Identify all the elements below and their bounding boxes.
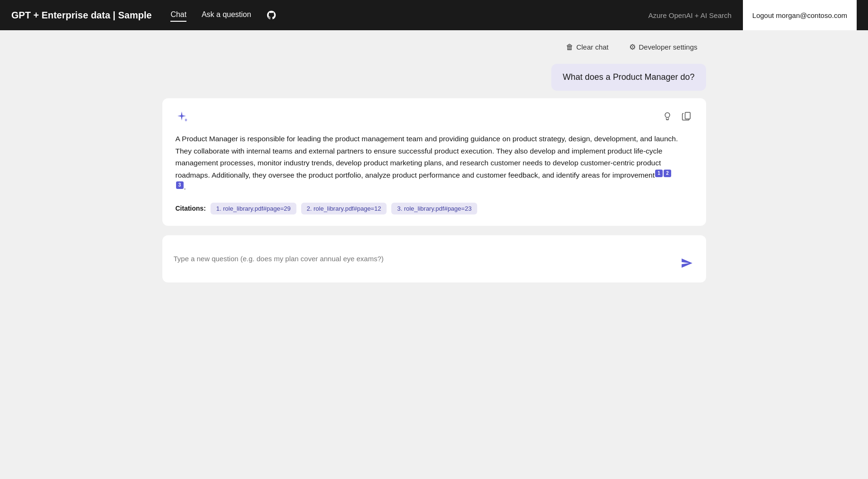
nav-chat[interactable]: Chat xyxy=(170,9,186,22)
trash-icon: 🗑 xyxy=(566,43,573,51)
clipboard-button[interactable] xyxy=(680,110,693,125)
service-label: Azure OpenAI + AI Search xyxy=(648,11,731,19)
ai-action-buttons xyxy=(661,110,693,125)
send-button[interactable] xyxy=(679,255,695,271)
header: GPT + Enterprise data | Sample Chat Ask … xyxy=(0,0,868,30)
developer-settings-button[interactable]: ⚙ Developer settings xyxy=(624,40,702,54)
ai-response-card: A Product Manager is responsible for lea… xyxy=(162,98,706,226)
ai-body-end: . xyxy=(184,183,186,191)
main-content: 🗑 Clear chat ⚙ Developer settings What d… xyxy=(151,30,717,292)
toolbar: 🗑 Clear chat ⚙ Developer settings xyxy=(162,40,706,54)
gear-icon: ⚙ xyxy=(629,43,636,51)
question-input[interactable] xyxy=(174,255,673,263)
nav: Chat Ask a question Azure OpenAI + AI Se… xyxy=(170,9,731,22)
lightbulb-button[interactable] xyxy=(661,110,674,125)
logout-button[interactable]: Logout morgan@contoso.com xyxy=(743,0,857,30)
citation-sup-3[interactable]: 3 xyxy=(176,181,184,189)
user-message: What does a Product Manager do? xyxy=(551,64,706,91)
citations-row: Citations: 1. role_library.pdf#page=29 2… xyxy=(176,203,693,214)
developer-settings-label: Developer settings xyxy=(639,43,697,51)
citation-sup-2[interactable]: 2 xyxy=(664,170,671,177)
citation-2[interactable]: 2. role_library.pdf#page=12 xyxy=(301,203,387,214)
ai-body-text: A Product Manager is responsible for lea… xyxy=(176,135,678,179)
ai-sparkle-icon xyxy=(176,110,191,125)
ai-response-text: A Product Manager is responsible for lea… xyxy=(176,133,693,193)
citation-1[interactable]: 1. role_library.pdf#page=29 xyxy=(211,203,296,214)
app-title: GPT + Enterprise data | Sample xyxy=(11,10,152,21)
svg-rect-0 xyxy=(685,112,690,119)
ai-response-header xyxy=(176,110,693,125)
citation-3[interactable]: 3. role_library.pdf#page=23 xyxy=(391,203,477,214)
citations-label: Citations: xyxy=(176,205,206,212)
clear-chat-button[interactable]: 🗑 Clear chat xyxy=(561,40,613,54)
clear-chat-label: Clear chat xyxy=(576,43,608,51)
nav-ask-question[interactable]: Ask a question xyxy=(202,9,251,22)
input-card xyxy=(162,235,706,282)
citation-sup-1[interactable]: 1 xyxy=(655,170,663,177)
github-icon[interactable] xyxy=(266,10,277,20)
user-message-container: What does a Product Manager do? xyxy=(162,64,706,91)
